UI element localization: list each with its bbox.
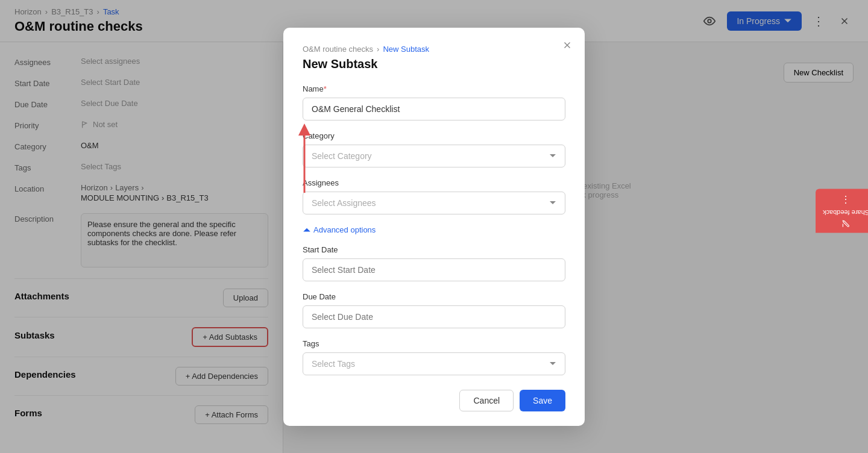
due-date-field-group: Due Date — [303, 292, 565, 328]
page: Horizon › B3_R15_T3 › Task O&M routine c… — [0, 0, 868, 453]
feedback-label: Share feedback — [823, 209, 868, 216]
feedback-tab[interactable]: Share feedback ⋮ — [816, 189, 868, 233]
modal-close-button[interactable] — [562, 40, 573, 54]
assignees-select[interactable]: Select Assignees — [303, 192, 565, 214]
red-arrow — [289, 120, 319, 199]
modal-title: New Subtask — [303, 57, 565, 71]
svg-marker-4 — [298, 123, 310, 136]
feedback-dots: ⋮ — [841, 194, 851, 205]
save-button[interactable]: Save — [520, 390, 565, 411]
tags-field-label: Tags — [303, 339, 565, 348]
name-required: * — [324, 84, 327, 93]
due-date-field-label: Due Date — [303, 292, 565, 301]
modal-overlay: O&M routine checks › New Subtask New Sub… — [0, 0, 868, 453]
modal-breadcrumb-sep: › — [377, 45, 379, 54]
start-date-field-label: Start Date — [303, 245, 565, 254]
tags-select[interactable]: Select Tags — [303, 352, 565, 375]
modal-footer: Cancel Save — [303, 390, 565, 411]
start-date-input[interactable] — [303, 258, 565, 281]
modal-breadcrumb-child: New Subtask — [383, 45, 429, 54]
name-input[interactable] — [303, 98, 565, 120]
start-date-field-group: Start Date — [303, 245, 565, 281]
category-select[interactable]: Select Category — [303, 145, 565, 167]
due-date-input[interactable] — [303, 305, 565, 328]
modal-breadcrumb: O&M routine checks › New Subtask — [303, 45, 565, 54]
advanced-section: Start Date Due Date Tags Select Tags — [303, 245, 565, 375]
name-label: Name* — [303, 84, 565, 93]
category-field-label: Category — [303, 131, 565, 140]
advanced-options-toggle[interactable]: Advanced options — [303, 225, 565, 234]
tags-field-group: Tags Select Tags — [303, 339, 565, 375]
name-field-group: Name* — [303, 84, 565, 120]
modal-breadcrumb-parent: O&M routine checks — [303, 45, 373, 54]
advanced-options-label: Advanced options — [313, 225, 376, 234]
modal: O&M routine checks › New Subtask New Sub… — [283, 28, 585, 426]
assignees-field-group: Assignees Select Assignees — [303, 178, 565, 214]
category-field-group: Category Select Category — [303, 131, 565, 167]
assignees-field-label: Assignees — [303, 178, 565, 187]
cancel-button[interactable]: Cancel — [459, 390, 514, 411]
